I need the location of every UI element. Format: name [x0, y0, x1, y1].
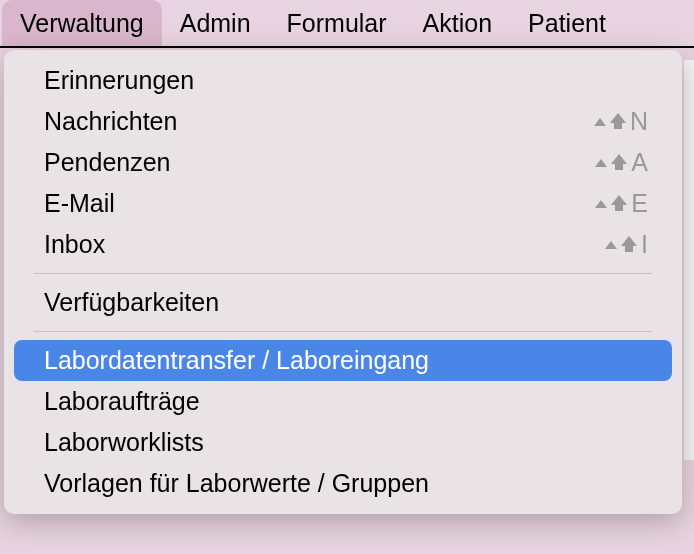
menu-label: Admin — [180, 9, 251, 38]
menu-item-label: Pendenzen — [44, 148, 595, 177]
menu-item-vorlagen-laborwerte[interactable]: Vorlagen für Laborwerte / Gruppen — [14, 463, 672, 504]
menu-item-label: E-Mail — [44, 189, 595, 218]
menu-item-laborworklists[interactable]: Laborworklists — [14, 422, 672, 463]
shortcut-letter: A — [631, 148, 650, 177]
keyboard-shortcut: A — [595, 148, 650, 177]
menu-item-inbox[interactable]: Inbox I — [14, 224, 672, 265]
menu-label: Aktion — [423, 9, 492, 38]
keyboard-shortcut: E — [595, 189, 650, 218]
menu-formular[interactable]: Formular — [269, 0, 405, 46]
menu-aktion[interactable]: Aktion — [405, 0, 510, 46]
menu-label: Patient — [528, 9, 606, 38]
menu-separator — [34, 331, 652, 332]
menu-item-label: Laboraufträge — [44, 387, 650, 416]
background-fragment — [684, 60, 694, 460]
menu-item-pendenzen[interactable]: Pendenzen A — [14, 142, 672, 183]
menu-item-label: Laborworklists — [44, 428, 650, 457]
control-key-icon — [595, 159, 607, 167]
menu-separator — [34, 273, 652, 274]
menu-item-nachrichten[interactable]: Nachrichten N — [14, 101, 672, 142]
menu-item-label: Verfügbarkeiten — [44, 288, 650, 317]
shift-key-icon — [621, 236, 637, 254]
control-key-icon — [595, 200, 607, 208]
menu-item-laborauftraege[interactable]: Laboraufträge — [14, 381, 672, 422]
shortcut-letter: I — [641, 230, 650, 259]
menu-admin[interactable]: Admin — [162, 0, 269, 46]
menu-item-label: Labordatentransfer / Laboreingang — [44, 346, 650, 375]
menu-patient[interactable]: Patient — [510, 0, 624, 46]
control-key-icon — [594, 118, 606, 126]
menubar: Verwaltung Admin Formular Aktion Patient — [0, 0, 694, 48]
menu-item-labordatentransfer[interactable]: Labordatentransfer / Laboreingang — [14, 340, 672, 381]
dropdown-menu: Erinnerungen Nachrichten N Pendenzen A E… — [4, 50, 682, 514]
menu-item-erinnerungen[interactable]: Erinnerungen — [14, 60, 672, 101]
menu-item-email[interactable]: E-Mail E — [14, 183, 672, 224]
shortcut-letter: N — [630, 107, 650, 136]
keyboard-shortcut: I — [605, 230, 650, 259]
shortcut-letter: E — [631, 189, 650, 218]
menu-label: Formular — [287, 9, 387, 38]
menu-item-label: Vorlagen für Laborwerte / Gruppen — [44, 469, 650, 498]
menu-item-label: Nachrichten — [44, 107, 594, 136]
control-key-icon — [605, 241, 617, 249]
shift-key-icon — [611, 154, 627, 172]
shift-key-icon — [611, 195, 627, 213]
menu-label: Verwaltung — [20, 9, 144, 38]
menu-verwaltung[interactable]: Verwaltung — [2, 0, 162, 46]
keyboard-shortcut: N — [594, 107, 650, 136]
menu-item-verfuegbarkeiten[interactable]: Verfügbarkeiten — [14, 282, 672, 323]
shift-key-icon — [610, 113, 626, 131]
menu-item-label: Erinnerungen — [44, 66, 650, 95]
menu-item-label: Inbox — [44, 230, 605, 259]
